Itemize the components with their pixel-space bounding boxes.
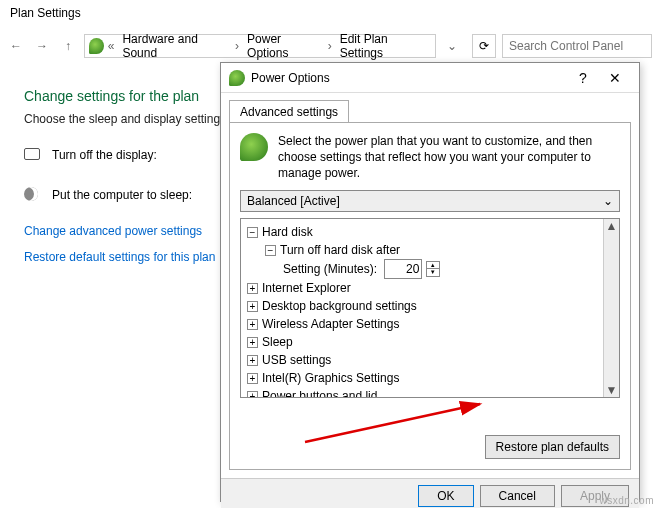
power-icon	[89, 38, 104, 54]
tree-turn-off-hdd[interactable]: −Turn off hard disk after	[247, 241, 597, 259]
breadcrumb-item[interactable]: Power Options	[243, 32, 324, 60]
nav-up-icon[interactable]: ↑	[58, 36, 78, 56]
setting-label: Setting (Minutes):	[283, 262, 377, 276]
expand-icon[interactable]: +	[247, 373, 258, 384]
spin-up-icon[interactable]: ▲	[427, 262, 439, 269]
dialog-buttons: OK Cancel Apply	[221, 478, 639, 508]
sleep-label: Put the computer to sleep:	[52, 188, 222, 202]
scroll-up-icon[interactable]: ▲	[606, 219, 618, 233]
scroll-down-icon[interactable]: ▼	[606, 383, 618, 397]
plan-select[interactable]: Balanced [Active] ⌄	[240, 190, 620, 212]
chevron-down-icon: ⌄	[603, 194, 613, 208]
window-title: Plan Settings	[0, 0, 658, 28]
restore-defaults-button[interactable]: Restore plan defaults	[485, 435, 620, 459]
expand-icon[interactable]: +	[247, 283, 258, 294]
expand-icon[interactable]: +	[247, 301, 258, 312]
tree-setting-minutes: Setting (Minutes): 20 ▲▼	[247, 259, 597, 279]
power-plan-icon	[240, 133, 268, 161]
tree-intel-graphics[interactable]: +Intel(R) Graphics Settings	[247, 369, 597, 387]
search-input[interactable]	[502, 34, 652, 58]
scrollbar[interactable]: ▲ ▼	[603, 219, 619, 397]
close-button[interactable]: ✕	[599, 70, 631, 86]
power-options-dialog: Power Options ? ✕ Advanced settings Sele…	[220, 62, 640, 502]
nav-bar: ← → ↑ « Hardware and Sound › Power Optio…	[0, 28, 658, 64]
dialog-titlebar: Power Options ? ✕	[221, 63, 639, 93]
dropdown-icon[interactable]: ⌄	[442, 36, 462, 56]
display-label: Turn off the display:	[52, 148, 222, 162]
expand-icon[interactable]: +	[247, 355, 258, 366]
chevron-right-icon: ›	[326, 39, 334, 53]
tab-body: Select the power plan that you want to c…	[229, 122, 631, 470]
chevron-left-icon: «	[106, 39, 117, 53]
collapse-icon[interactable]: −	[247, 227, 258, 238]
spin-down-icon[interactable]: ▼	[427, 269, 439, 276]
tree-ie[interactable]: +Internet Explorer	[247, 279, 597, 297]
intro-text: Select the power plan that you want to c…	[278, 133, 620, 182]
tree-sleep[interactable]: +Sleep	[247, 333, 597, 351]
ok-button[interactable]: OK	[418, 485, 473, 507]
dialog-title: Power Options	[251, 71, 567, 85]
tab-strip: Advanced settings	[221, 93, 639, 122]
tree-desktop-bg[interactable]: +Desktop background settings	[247, 297, 597, 315]
refresh-button[interactable]: ⟳	[472, 34, 496, 58]
tree-usb[interactable]: +USB settings	[247, 351, 597, 369]
tab-advanced[interactable]: Advanced settings	[229, 100, 349, 123]
breadcrumb-item[interactable]: Hardware and Sound	[118, 32, 231, 60]
tree-wireless[interactable]: +Wireless Adapter Settings	[247, 315, 597, 333]
expand-icon[interactable]: +	[247, 391, 258, 397]
breadcrumb[interactable]: « Hardware and Sound › Power Options › E…	[84, 34, 436, 58]
plan-select-label: Balanced [Active]	[247, 194, 340, 208]
breadcrumb-item[interactable]: Edit Plan Settings	[336, 32, 431, 60]
power-icon	[229, 70, 245, 86]
minutes-input[interactable]: 20	[384, 259, 422, 279]
expand-icon[interactable]: +	[247, 337, 258, 348]
tree-power-buttons[interactable]: +Power buttons and lid	[247, 387, 597, 397]
watermark: wsxdn.com	[599, 495, 654, 506]
cancel-button[interactable]: Cancel	[480, 485, 555, 507]
help-button[interactable]: ?	[567, 70, 599, 86]
spinner[interactable]: ▲▼	[426, 261, 440, 277]
expand-icon[interactable]: +	[247, 319, 258, 330]
nav-forward-icon[interactable]: →	[32, 36, 52, 56]
chevron-right-icon: ›	[233, 39, 241, 53]
nav-back-icon[interactable]: ←	[6, 36, 26, 56]
display-icon	[24, 148, 42, 163]
collapse-icon[interactable]: −	[265, 245, 276, 256]
intro-row: Select the power plan that you want to c…	[240, 133, 620, 182]
tree-hard-disk[interactable]: −Hard disk	[247, 223, 597, 241]
moon-icon	[24, 187, 42, 204]
settings-tree: −Hard disk −Turn off hard disk after Set…	[240, 218, 620, 398]
